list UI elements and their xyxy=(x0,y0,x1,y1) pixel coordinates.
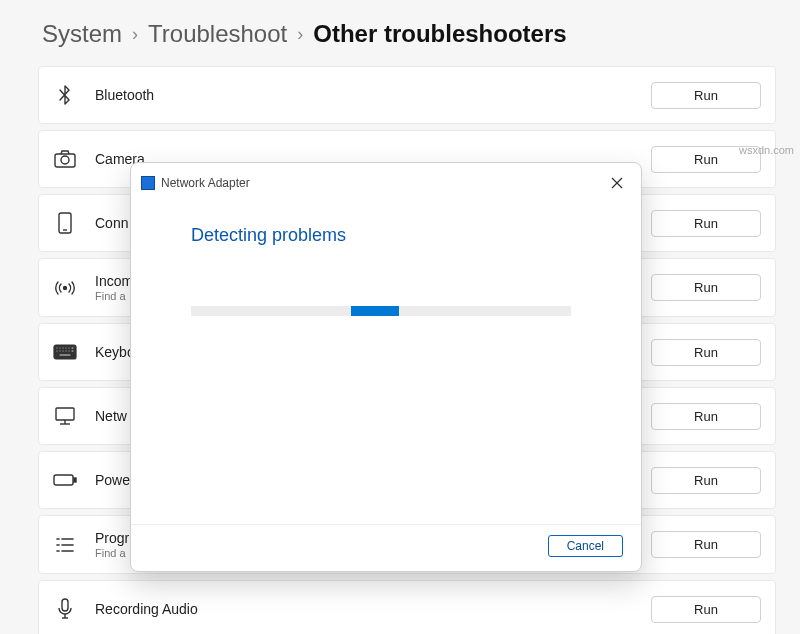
row-title: Bluetooth xyxy=(95,87,633,103)
camera-icon xyxy=(53,147,77,171)
breadcrumb-troubleshoot[interactable]: Troubleshoot xyxy=(148,20,287,48)
svg-rect-8 xyxy=(62,347,64,349)
run-button[interactable]: Run xyxy=(651,403,761,430)
mic-icon xyxy=(53,597,77,621)
bluetooth-icon xyxy=(53,83,77,107)
troubleshooter-dialog: Network Adapter Detecting problems Cance… xyxy=(130,162,642,572)
run-button[interactable]: Run xyxy=(651,467,761,494)
svg-rect-6 xyxy=(56,347,58,349)
dialog-title: Network Adapter xyxy=(161,176,250,190)
run-button[interactable]: Run xyxy=(651,531,761,558)
chevron-right-icon: › xyxy=(132,24,138,45)
svg-point-4 xyxy=(64,286,67,289)
svg-rect-9 xyxy=(65,347,67,349)
breadcrumb-system[interactable]: System xyxy=(42,20,122,48)
diagnostic-icon xyxy=(141,176,155,190)
troubleshooter-row-bluetooth: Bluetooth Run xyxy=(38,66,776,124)
progress-bar xyxy=(191,306,571,316)
breadcrumb-other-troubleshooters: Other troubleshooters xyxy=(313,20,566,48)
svg-rect-15 xyxy=(65,350,67,352)
run-button[interactable]: Run xyxy=(651,339,761,366)
svg-rect-16 xyxy=(68,350,70,352)
cancel-button[interactable]: Cancel xyxy=(548,535,623,557)
svg-rect-7 xyxy=(59,347,61,349)
svg-rect-11 xyxy=(71,347,74,349)
keyboard-icon xyxy=(53,340,77,364)
svg-point-1 xyxy=(61,156,69,164)
run-button[interactable]: Run xyxy=(651,596,761,623)
svg-rect-14 xyxy=(62,350,64,352)
svg-rect-13 xyxy=(59,350,61,352)
svg-rect-19 xyxy=(56,408,74,420)
svg-rect-10 xyxy=(68,347,70,349)
phone-icon xyxy=(53,211,77,235)
run-button[interactable]: Run xyxy=(651,274,761,301)
breadcrumb: System › Troubleshoot › Other troublesho… xyxy=(38,20,776,48)
monitor-icon xyxy=(53,404,77,428)
battery-icon xyxy=(53,468,77,492)
row-title: Recording Audio xyxy=(95,601,633,617)
progress-indicator xyxy=(351,306,399,316)
list-icon xyxy=(53,533,77,557)
run-button[interactable]: Run xyxy=(651,82,761,109)
svg-rect-23 xyxy=(74,478,76,482)
svg-rect-30 xyxy=(62,599,68,611)
svg-rect-18 xyxy=(59,354,71,356)
svg-rect-22 xyxy=(54,475,73,485)
run-button[interactable]: Run xyxy=(651,210,761,237)
svg-rect-17 xyxy=(71,350,74,352)
dialog-status: Detecting problems xyxy=(191,225,593,246)
svg-rect-12 xyxy=(56,350,58,352)
troubleshooter-row-recording-audio: Recording Audio Run xyxy=(38,580,776,634)
chevron-right-icon: › xyxy=(297,24,303,45)
signal-icon xyxy=(53,276,77,300)
close-button[interactable] xyxy=(603,171,631,195)
watermark: wsxdn.com xyxy=(739,144,794,156)
